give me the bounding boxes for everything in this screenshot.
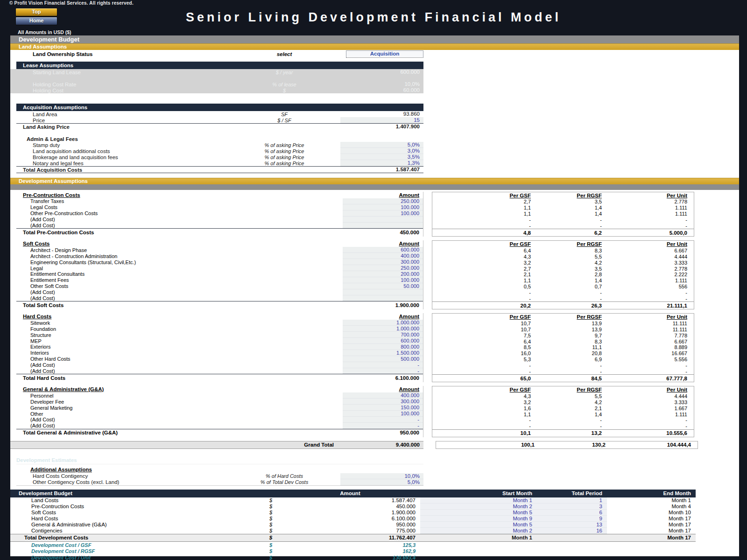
lease-row-label: Starting Land Lease bbox=[16, 70, 228, 75]
budget-row-label: Contigencies bbox=[10, 528, 261, 533]
cost-amount-cell[interactable]: 250.000 bbox=[343, 198, 423, 204]
total-period-cell[interactable]: 1 bbox=[537, 497, 607, 504]
cost-amount-cell[interactable]: 100.000 bbox=[343, 277, 423, 283]
cost-row: General Marketing 150.000 bbox=[16, 405, 423, 411]
per-metrics-row: - - - bbox=[432, 290, 694, 296]
per-metrics-row: 2,7 3,5 2.778 bbox=[432, 199, 694, 205]
cost-amount-cell[interactable]: 400.000 bbox=[343, 253, 423, 259]
land-ownership-label: Land Ownership Status bbox=[16, 51, 228, 57]
assumption-row: Hard Costs Contigency % of Hard Costs 10… bbox=[16, 473, 423, 479]
cost-amount-cell[interactable]: 100.000 bbox=[343, 204, 423, 210]
cost-row: Architect - Design Phase 600.000 bbox=[16, 247, 423, 253]
assumption-value[interactable]: 3,0% bbox=[340, 148, 423, 154]
assumption-label: Other Contigency Costs (excl. Land) bbox=[16, 479, 228, 485]
assumption-row: Admin & Legal Fees bbox=[16, 136, 423, 142]
per-gsf-total: 4,8 bbox=[432, 230, 537, 236]
ownership-select-button[interactable]: Acquisition bbox=[346, 50, 423, 58]
per-gsf-cell: 6,4 bbox=[432, 248, 537, 253]
cost-amount-cell[interactable]: 800.000 bbox=[343, 344, 423, 350]
cost-amount-cell[interactable]: - bbox=[343, 362, 423, 368]
total-period-cell[interactable]: 6 bbox=[537, 510, 607, 516]
cost-amount-cell[interactable] bbox=[343, 289, 423, 295]
cost-amount-cell[interactable]: 1.500.000 bbox=[343, 350, 423, 356]
per-metrics-row: 6,4 8,3 6.667 bbox=[432, 247, 694, 253]
cost-amount-cell[interactable]: 1.000.000 bbox=[343, 326, 423, 332]
cost-amount-cell[interactable]: 300.000 bbox=[343, 399, 423, 405]
assumption-value[interactable]: 93.860 bbox=[340, 111, 423, 117]
start-month-cell[interactable]: Month 5 bbox=[420, 522, 537, 528]
cost-amount-cell[interactable]: 700.000 bbox=[343, 332, 423, 338]
metric-unit: $ bbox=[261, 548, 280, 554]
cost-amount-cell[interactable]: 50.000 bbox=[343, 283, 423, 289]
per-gsf-total: 10,1 bbox=[432, 430, 537, 436]
assumption-value[interactable] bbox=[340, 136, 423, 142]
cost-row-label: Other Pre-Construction Costs bbox=[16, 210, 343, 216]
assumption-label: Land Area bbox=[16, 112, 228, 117]
cost-row: Entitlement Fees 100.000 bbox=[16, 277, 423, 283]
cost-row: Legal Costs 100.000 bbox=[16, 204, 423, 210]
assumption-value[interactable]: 5,0% bbox=[340, 142, 423, 148]
per-unit-cell: - bbox=[608, 223, 694, 229]
assumption-value[interactable]: 3,5% bbox=[340, 154, 423, 160]
total-period-cell[interactable]: 16 bbox=[537, 528, 607, 534]
cost-amount-cell[interactable]: 250.000 bbox=[343, 265, 423, 271]
assumption-row: Land Area SF 93.860 bbox=[16, 111, 423, 117]
total-development-label: Total Development Costs bbox=[10, 535, 261, 540]
assumption-value[interactable] bbox=[340, 130, 423, 136]
per-metrics-row: - - - bbox=[432, 417, 694, 423]
total-period-cell[interactable]: 9 bbox=[537, 516, 607, 522]
total-period-cell[interactable]: 13 bbox=[537, 522, 607, 528]
start-month-cell[interactable]: Month 5 bbox=[420, 510, 537, 516]
cost-amount-cell[interactable]: 300.000 bbox=[343, 259, 423, 265]
cost-row-label: (Add Cost) bbox=[16, 362, 343, 368]
cost-row-label: Transfer Taxes bbox=[16, 198, 343, 204]
cost-row: Developer Fee 300.000 bbox=[16, 399, 423, 405]
cost-amount-cell[interactable]: 200.000 bbox=[343, 271, 423, 277]
budget-row-label: Pre-Contruction Costs bbox=[10, 504, 261, 509]
per-unit-cell: - bbox=[608, 417, 694, 423]
per-metrics-row: - - - bbox=[432, 423, 694, 429]
cost-amount-cell[interactable]: 400.000 bbox=[343, 392, 423, 399]
per-rgsf-cell: 0,7 bbox=[537, 284, 608, 289]
cost-amount-cell[interactable]: - bbox=[343, 423, 423, 429]
per-metrics-row: 8,5 11,1 8.889 bbox=[432, 344, 694, 350]
assumption-value[interactable]: 15 bbox=[340, 117, 423, 123]
total-start-month: Month 1 bbox=[420, 535, 537, 540]
assumption-value[interactable]: 5,0% bbox=[340, 479, 423, 485]
cost-amount-cell[interactable]: - bbox=[343, 417, 423, 423]
budget-row: Contigencies $ 775.000 Month 2 16 Month … bbox=[10, 528, 696, 534]
per-unit-cell: 11.111 bbox=[608, 327, 694, 332]
cost-amount-cell[interactable]: 500.000 bbox=[343, 356, 423, 362]
assumption-value[interactable]: 1.587.407 bbox=[340, 167, 423, 173]
start-month-cell[interactable]: Month 1 bbox=[420, 497, 537, 504]
assumption-value[interactable]: 1.407.900 bbox=[340, 124, 423, 130]
cost-amount-cell[interactable] bbox=[343, 217, 423, 223]
start-month-cell[interactable]: Month 2 bbox=[420, 528, 537, 534]
total-end-month: Month 17 bbox=[607, 535, 696, 540]
cost-amount-cell[interactable]: 600.000 bbox=[343, 247, 423, 253]
cost-amount-cell[interactable]: 600.000 bbox=[343, 338, 423, 344]
cost-total-amount: 450.000 bbox=[343, 230, 423, 235]
assumption-value[interactable]: 10,0% bbox=[340, 473, 423, 479]
assumption-value[interactable]: 1,3% bbox=[340, 160, 423, 166]
total-period-cell[interactable]: 3 bbox=[537, 504, 607, 510]
cost-amount-cell[interactable]: 1.000.000 bbox=[343, 320, 423, 326]
worksheet: Development Budget Land Assumptions Land… bbox=[10, 35, 739, 556]
per-rgsf-header: Per RGSF bbox=[537, 193, 608, 198]
start-month-cell[interactable]: Month 9 bbox=[420, 516, 537, 522]
budget-row: Land Costs $ 1.587.407 Month 1 1 Month 1 bbox=[10, 497, 696, 504]
per-gsf-header: Per GSF bbox=[432, 387, 537, 392]
cost-amount-cell[interactable] bbox=[343, 223, 423, 229]
cost-row: (Add Cost) bbox=[16, 295, 423, 301]
cost-row: (Add Cost) - bbox=[16, 423, 423, 429]
cost-amount-cell[interactable]: - bbox=[343, 368, 423, 374]
cost-amount-cell[interactable]: 150.000 bbox=[343, 405, 423, 411]
cost-amount-cell[interactable]: 100.000 bbox=[343, 210, 423, 217]
start-month-cell[interactable]: Month 2 bbox=[420, 504, 537, 510]
budget-row-label: General & Administrative (G&A) bbox=[10, 522, 261, 527]
per-metrics-row: - - - bbox=[432, 223, 694, 229]
cost-row-label: (Add Cost) bbox=[16, 295, 343, 301]
cost-amount-cell[interactable] bbox=[343, 295, 423, 301]
cost-amount-cell[interactable]: 100.000 bbox=[343, 411, 423, 417]
assumption-label: Land acquisition additional costs bbox=[16, 148, 228, 154]
